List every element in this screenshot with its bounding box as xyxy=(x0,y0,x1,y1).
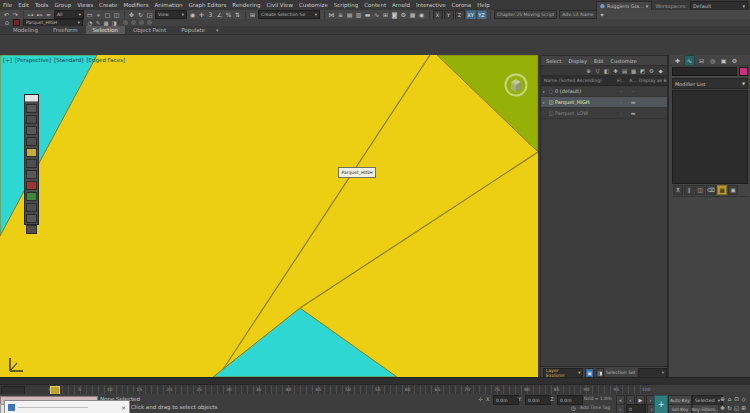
curve-editor-icon[interactable]: ∿ xyxy=(372,10,381,19)
script-button-1[interactable]: Chapter 25 Moving Script xyxy=(494,10,557,19)
scene-row-parquet-high[interactable]: ▸◫Parquet_HIGH·▬ xyxy=(541,97,667,108)
menu-interactive[interactable]: Interactive xyxy=(413,0,449,10)
a-column-header[interactable]: A... xyxy=(627,78,639,83)
grid-select-icon[interactable]: ▦ xyxy=(102,20,110,26)
frozen-column-header[interactable]: Fr... xyxy=(615,78,627,83)
palette-button[interactable] xyxy=(26,225,37,234)
hierarchy-tab[interactable]: ⊟ xyxy=(697,56,706,65)
pin-icon[interactable]: ⊙ xyxy=(3,20,11,26)
name-column-header[interactable]: Name (Sorted Ascending) xyxy=(541,78,615,83)
lock-cell-editing-button[interactable]: ▣ xyxy=(585,368,593,378)
zoom-extents-icon[interactable]: ⊡ xyxy=(733,395,740,403)
menu-views[interactable]: Views xyxy=(74,0,96,10)
orbit-icon[interactable]: ↻ xyxy=(726,404,733,412)
menu-graph-editors[interactable]: Graph Editors xyxy=(186,0,230,10)
transform-typein-icon[interactable]: ⊹ xyxy=(477,395,484,403)
menu-customize[interactable]: Customize xyxy=(296,0,331,10)
y-constraint-button[interactable]: Y xyxy=(444,10,454,20)
ribbon-collapse-icon[interactable]: ▾ xyxy=(213,26,222,34)
rollout-divider[interactable]: ⋯ xyxy=(672,196,748,201)
palette-button[interactable] xyxy=(26,203,37,212)
selection-set-dropdown[interactable]: ▾ xyxy=(638,368,667,378)
menu-scripting[interactable]: Scripting xyxy=(331,0,361,10)
palette-button[interactable] xyxy=(26,159,37,168)
key-filters-button[interactable]: Key Filters... xyxy=(692,404,719,413)
tab-selection[interactable]: Selection xyxy=(86,26,125,34)
viewport-pov-label[interactable]: [Perspective] xyxy=(15,57,51,63)
object-color-swatch[interactable] xyxy=(13,19,20,26)
a-cell[interactable]: ▬ xyxy=(627,99,639,105)
frozen-cell[interactable]: · xyxy=(615,99,627,105)
spinner-snap-icon[interactable]: ⇅ xyxy=(233,10,242,19)
align-icon[interactable]: ≡ xyxy=(336,10,345,19)
xy-plane-button[interactable]: XY xyxy=(466,10,476,20)
create-tab[interactable]: ✚ xyxy=(673,56,682,65)
menu-modifiers[interactable]: Modifiers xyxy=(120,0,151,10)
render-frame-icon[interactable]: ▦ xyxy=(408,10,417,19)
explorer-menu-edit[interactable]: Edit xyxy=(591,58,607,64)
paint-select-icon[interactable]: ✎ xyxy=(94,20,102,26)
yz-plane-button[interactable]: YZ xyxy=(477,10,487,20)
pick-parent-button[interactable]: ◨ xyxy=(596,368,604,378)
z-constraint-button[interactable]: Z xyxy=(455,10,465,20)
use-pivot-center-icon[interactable]: ◉ xyxy=(188,10,197,19)
add-keyframe-button[interactable]: + xyxy=(654,395,668,413)
shape-filter-icon[interactable]: ▦ xyxy=(629,68,638,74)
ref-coord-dropdown[interactable]: View▾ xyxy=(155,10,187,19)
select-object-icon[interactable]: ▭ xyxy=(85,10,94,19)
menu-tools[interactable]: Tools xyxy=(32,0,52,10)
add-time-tag[interactable]: Add Time Tag xyxy=(580,405,610,410)
display-as-box-column-header[interactable]: Display as Box xyxy=(639,78,667,83)
maximize-viewport-icon[interactable]: ◱ xyxy=(733,404,740,412)
palette-button[interactable] xyxy=(26,148,37,157)
viewport-shading-label[interactable]: [Standard] xyxy=(54,57,83,63)
close-icon[interactable]: × xyxy=(121,404,126,411)
tab-modeling[interactable]: Modeling xyxy=(6,26,45,34)
tab-object-paint[interactable]: Object Paint xyxy=(126,26,173,34)
select-manipulate-icon[interactable]: ✛ xyxy=(197,10,206,19)
zoom-all-icon[interactable]: ⌂ xyxy=(726,395,733,403)
menu-edit[interactable]: Edit xyxy=(15,0,32,10)
menu-civil-view[interactable]: Civil View xyxy=(263,0,295,10)
menu-rendering[interactable]: Rendering xyxy=(229,0,263,10)
palette-button[interactable] xyxy=(26,126,37,135)
viewport-layout-icon[interactable]: ⊞ xyxy=(740,404,747,412)
viewport-menu-icon[interactable]: [+] xyxy=(3,57,12,63)
named-selection-sets-dropdown[interactable]: Create Selection Se▾ xyxy=(258,10,320,19)
layer-explorer-toggle-icon[interactable]: ▥ xyxy=(354,10,363,19)
zoom-icon[interactable]: ⊕ xyxy=(719,395,726,403)
menu-animation[interactable]: Animation xyxy=(152,0,186,10)
scene-row-parquet-low[interactable]: ◫Parquet_LOW·▬ xyxy=(541,108,667,119)
tab-freeform[interactable]: Freeform xyxy=(46,26,85,34)
palette-button[interactable] xyxy=(26,104,37,113)
x-constraint-button[interactable]: X xyxy=(433,10,443,20)
percent-snap-icon[interactable]: % xyxy=(224,10,233,19)
palette-button[interactable] xyxy=(26,115,37,124)
filter-icon[interactable]: ▽ xyxy=(593,68,602,74)
palette-button[interactable] xyxy=(26,170,37,179)
select-by-name-icon[interactable]: ⌖ xyxy=(94,10,103,19)
render-setup-icon[interactable]: ⚙ xyxy=(399,10,408,19)
coord-field-z[interactable]: 0.0m xyxy=(557,395,583,405)
explorer-menu-display[interactable]: Display xyxy=(565,58,589,64)
display-tab[interactable]: ▣ xyxy=(719,56,728,65)
prev-key-button[interactable]: ‹ xyxy=(616,404,625,413)
frozen-cell[interactable]: · xyxy=(615,110,627,116)
window-crossing-icon[interactable]: ◫ xyxy=(112,10,121,19)
palette-button[interactable] xyxy=(26,181,37,190)
ribbon-toggle-icon[interactable]: ▬ xyxy=(363,10,372,19)
a-cell[interactable]: · xyxy=(627,88,639,94)
viewport-style-label[interactable]: [Edged Faces] xyxy=(86,57,125,63)
tab-populate[interactable]: Populate xyxy=(174,26,212,34)
lock-explorer-icon[interactable]: ◧ xyxy=(602,68,611,74)
show-end-result-icon[interactable]: ∥ xyxy=(684,185,694,195)
pin-stack-icon[interactable]: ⊼ xyxy=(673,185,683,195)
notification-toast[interactable]: × xyxy=(4,400,130,413)
move-icon[interactable]: ✥ xyxy=(127,10,136,19)
select-highlight-icon[interactable]: ◔ xyxy=(86,20,94,26)
angle-snap-icon[interactable]: ∠ xyxy=(215,10,224,19)
viewport-label[interactable]: [+][Perspective][Standard][Edged Faces] xyxy=(3,57,125,63)
explorer-menu-customize[interactable]: Customize xyxy=(608,58,640,64)
frozen-cell[interactable]: · xyxy=(615,88,627,94)
explorer-mode-dropdown[interactable]: Layer Explorer ▾ xyxy=(543,368,583,378)
